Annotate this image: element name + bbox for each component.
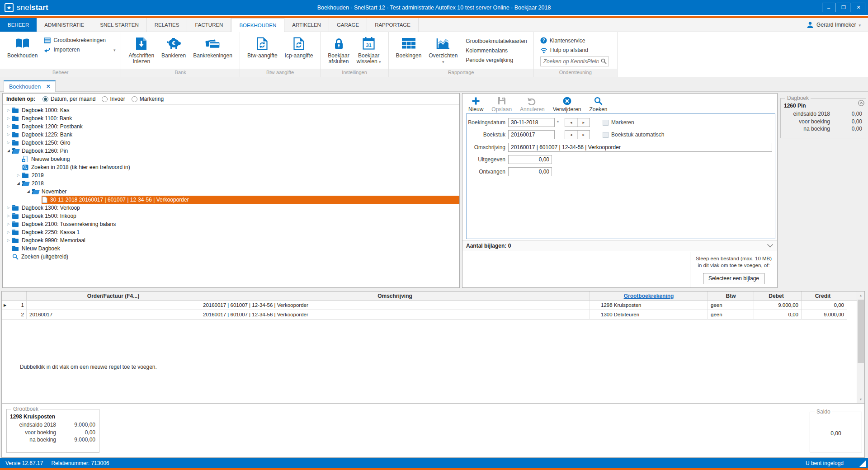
tab-rapportage[interactable]: RAPPORTAGE xyxy=(367,18,419,32)
radio-markering[interactable]: Markering xyxy=(132,96,164,102)
expander-icon[interactable] xyxy=(5,204,12,212)
zoeken-button[interactable]: Zoeken xyxy=(586,95,610,113)
bankrekeningen-button[interactable]: Bankrekeningen xyxy=(189,34,236,59)
tree-item-dagboek-1000[interactable]: Dagboek 1000: Kas xyxy=(3,106,459,114)
tab-snel-starten[interactable]: SNEL STARTEN xyxy=(92,18,146,32)
step-forward-icon[interactable]: ▸ xyxy=(578,118,590,127)
tree-item-zoeken-uitgebreid[interactable]: Zoeken (uitgebreid) xyxy=(3,253,459,261)
icp-aangifte-button[interactable]: Icp-aangifte xyxy=(281,34,317,59)
boekstuk-input[interactable] xyxy=(508,130,555,139)
expander-icon[interactable] xyxy=(5,220,12,228)
verwijderen-button[interactable]: Verwijderen xyxy=(550,95,585,113)
tree-item-2018[interactable]: 2018 xyxy=(3,179,459,188)
scroll-down-icon[interactable]: ▼ xyxy=(857,395,864,403)
column-header-grootboekrekening[interactable]: Grootboekrekening xyxy=(590,291,708,301)
tab-artikelen[interactable]: ARTIKELEN xyxy=(284,18,329,32)
tree-item-dagboek-1100[interactable]: Dagboek 1100: Bank xyxy=(3,114,459,122)
uitgegeven-input[interactable] xyxy=(508,155,552,164)
radio-invoer[interactable]: Invoer xyxy=(102,96,125,102)
bankieren-button[interactable]: € Bankieren xyxy=(158,34,189,59)
tree-item-dagboek-1200[interactable]: Dagboek 1200: Postbank xyxy=(3,122,459,131)
periode-vergelijking-button[interactable]: Periode vergelijking xyxy=(466,57,527,63)
expander-icon[interactable] xyxy=(5,236,12,244)
tree-item-nieuwe-boeking[interactable]: Nieuwe boeking xyxy=(3,155,459,163)
hulp-op-afstand-button[interactable]: Hulp op afstand xyxy=(540,47,612,53)
column-header-order[interactable]: Order/Factuur (F4...) xyxy=(27,291,200,301)
tree-item-selected-booking[interactable]: 30-11-2018 20160017 | 601007 | 12-34-56 … xyxy=(3,196,459,204)
step-back-icon[interactable]: ◂ xyxy=(565,131,578,139)
boekingen-button[interactable]: Boekingen xyxy=(392,34,425,59)
afschriften-inlezen-button[interactable]: AfschriftenInlezen xyxy=(125,34,158,65)
boekingsdatum-stepper[interactable]: ◂▸ xyxy=(565,118,590,127)
grid-empty-hint[interactable]: Dubbelklik in dit vlak om een nieuwe reg… xyxy=(20,364,157,370)
tree-item-november[interactable]: November xyxy=(3,188,459,196)
attachments-drop-area[interactable]: Sleep een bestand (max. 10 MB) in dit vl… xyxy=(462,252,777,287)
expander-icon[interactable] xyxy=(5,122,12,131)
boekstuk-automatisch-checkbox[interactable] xyxy=(603,132,609,138)
tab-boekhouden[interactable]: BOEKHOUDEN xyxy=(231,18,284,32)
column-header-debet[interactable]: Debet xyxy=(754,291,802,301)
btw-cell[interactable]: geen xyxy=(708,301,754,310)
boekjaar-wisselen-button[interactable]: 31 Boekjaarwisselen xyxy=(353,34,385,65)
debet-cell[interactable]: 0,00 xyxy=(754,310,802,320)
boekstuk-stepper[interactable]: ◂▸ xyxy=(565,130,590,139)
tree-item-dagboek-9990[interactable]: Dagboek 9990: Memoriaal xyxy=(3,236,459,244)
expander-icon[interactable] xyxy=(5,228,12,236)
tree-item-dagboek-2250[interactable]: Dagboek 2250: Kassa 1 xyxy=(3,228,459,236)
boekhouden-button[interactable]: Boekhouden xyxy=(4,34,41,59)
order-cell[interactable] xyxy=(27,301,200,310)
nieuw-button[interactable]: Nieuw xyxy=(465,95,486,113)
expander-icon[interactable] xyxy=(5,147,12,155)
tree-item-2019[interactable]: 2019 xyxy=(3,171,459,179)
expander-icon[interactable] xyxy=(15,171,22,179)
importeren-button[interactable]: Importeren xyxy=(44,47,115,53)
attachments-header[interactable]: Aantal bijlagen: 0 xyxy=(462,240,777,251)
scrollbar-thumb[interactable] xyxy=(858,300,864,363)
debet-cell[interactable]: 9.000,00 xyxy=(754,301,802,310)
btw-cell[interactable]: geen xyxy=(708,310,754,320)
kolommenbalans-button[interactable]: Kolommenbalans xyxy=(466,47,527,54)
omschrijving-cell[interactable]: 20160017 | 601007 | 12-34-56 | Verkoopor… xyxy=(200,301,590,310)
grootboekrekeningen-button[interactable]: Grootboekrekeningen xyxy=(44,37,115,43)
expander-icon[interactable] xyxy=(5,131,12,139)
resize-grip[interactable] xyxy=(859,460,866,467)
tree-item-dagboek-1300[interactable]: Dagboek 1300: Verkoop xyxy=(3,204,459,212)
kennisplein-search-input[interactable] xyxy=(540,56,609,66)
omschrijving-input[interactable] xyxy=(508,143,772,152)
tab-relaties[interactable]: RELATIES xyxy=(147,18,188,32)
credit-cell[interactable]: 0,00 xyxy=(802,301,847,310)
document-tab-boekhouden[interactable]: Boekhouden ✕ xyxy=(4,80,56,92)
expander-icon[interactable] xyxy=(5,212,12,220)
expander-icon[interactable] xyxy=(5,106,12,114)
expander-icon[interactable] xyxy=(15,179,22,188)
overzichten-button[interactable]: Overzichten xyxy=(425,34,461,65)
grootboekrekening-cell[interactable]: 1300 Debiteuren xyxy=(590,310,708,320)
expander-icon[interactable] xyxy=(5,139,12,147)
btw-aangifte-button[interactable]: Btw-aangifte xyxy=(244,34,281,59)
boekjaar-afsluiten-button[interactable]: Boekjaarafsluiten xyxy=(324,34,353,65)
ontvangen-input[interactable] xyxy=(508,167,552,176)
markeren-checkbox[interactable] xyxy=(603,120,609,126)
grid-row-2[interactable]: 2 20160017 20160017 | 601007 | 12-34-56 … xyxy=(2,310,864,320)
column-header-credit[interactable]: Credit xyxy=(802,291,847,301)
radio-datum-per-maand[interactable]: Datum, per maand xyxy=(42,96,95,102)
tab-garage[interactable]: GARAGE xyxy=(329,18,367,32)
close-tab-icon[interactable]: ✕ xyxy=(46,84,50,89)
restore-button[interactable]: ❐ xyxy=(837,3,850,12)
order-cell[interactable]: 20160017 xyxy=(27,310,200,320)
omschrijving-cell[interactable]: 20160017 | 601007 | 12-34-56 | Verkoopor… xyxy=(200,310,590,320)
select-attachment-button[interactable]: Selecteer een bijlage xyxy=(703,273,764,284)
credit-cell[interactable]: 9.000,00 xyxy=(802,310,847,320)
step-forward-icon[interactable]: ▸ xyxy=(578,131,590,139)
grid-row-1[interactable]: ▶1 20160017 | 601007 | 12-34-56 | Verkoo… xyxy=(2,301,864,310)
annuleren-button[interactable]: Annuleren xyxy=(517,95,548,113)
column-header-omschrijving[interactable]: Omschrijving xyxy=(200,291,590,301)
user-menu[interactable]: Gerard Immeker xyxy=(807,18,868,32)
tree-item-dagboek-1250[interactable]: Dagboek 1250: Giro xyxy=(3,139,459,147)
expander-icon[interactable] xyxy=(5,114,12,122)
tree-item-dagboek-1225[interactable]: Dagboek 1225: Bank xyxy=(3,131,459,139)
tree-item-dagboek-1260[interactable]: Dagboek 1260: Pin xyxy=(3,147,459,155)
tab-beheer[interactable]: BEHEER xyxy=(0,18,37,32)
minimize-button[interactable]: – xyxy=(822,3,835,12)
klantenservice-button[interactable]: ? Klantenservice xyxy=(540,37,612,44)
